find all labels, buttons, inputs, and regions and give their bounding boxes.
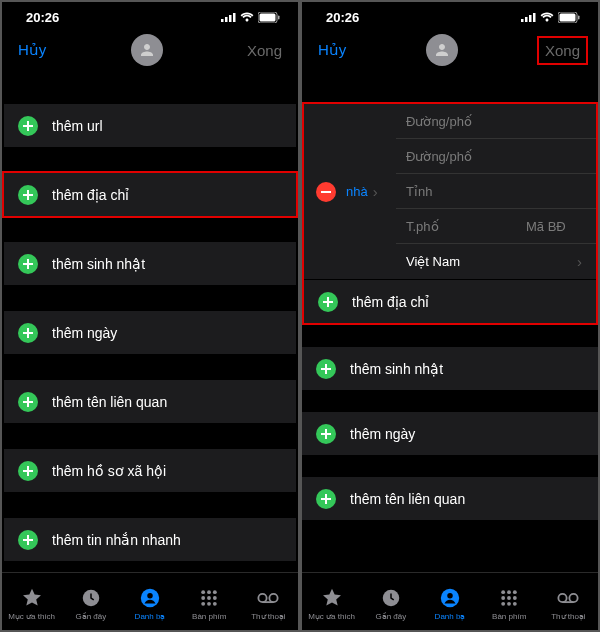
plus-icon [18,392,38,412]
status-time: 20:26 [326,10,359,25]
chevron-right-icon: › [577,253,582,270]
chevron-right-icon: › [373,183,378,200]
add-address-row[interactable]: thêm địa chỉ [4,173,296,216]
svg-rect-22 [521,19,524,22]
person-icon [138,41,156,59]
row-label: thêm tin nhắn nhanh [52,532,181,548]
tab-favorites[interactable]: Mục ưa thích [302,587,361,621]
cancel-button[interactable]: Hủy [18,41,46,59]
signal-icon [521,12,536,22]
add-url-row[interactable]: thêm url [4,104,296,147]
svg-rect-3 [233,13,236,22]
add-date-row[interactable]: thêm ngày [302,412,598,455]
signal-icon [221,12,236,22]
address-tag-label: nhà [346,184,368,199]
svg-rect-25 [533,13,536,22]
tab-recent[interactable]: Gần đây [361,587,420,621]
tab-keypad[interactable]: Bàn phím [480,587,539,621]
plus-icon [18,185,38,205]
done-button[interactable]: Xong [247,42,282,59]
svg-rect-24 [529,15,532,22]
plus-icon [316,424,336,444]
svg-point-11 [207,590,211,594]
wifi-icon [240,12,254,22]
svg-point-17 [207,601,211,605]
country-field[interactable]: Việt Nam › [396,244,596,279]
svg-point-34 [513,590,517,594]
wifi-icon [540,12,554,22]
city-postal-field[interactable]: T.phố Mã BĐ [396,209,596,244]
keypad-icon [198,587,220,609]
add-birthday-row[interactable]: thêm sinh nhật [4,242,296,285]
tab-voicemail[interactable]: Thư thoại [239,587,298,621]
plus-icon [18,530,38,550]
voicemail-icon [557,587,579,609]
add-related-row[interactable]: thêm tên liên quan [4,380,296,423]
minus-icon[interactable] [316,182,336,202]
add-address-row[interactable]: thêm địa chỉ [304,280,596,323]
svg-point-18 [213,601,217,605]
tab-recent[interactable]: Gần đây [61,587,120,621]
tab-keypad[interactable]: Bàn phím [180,587,239,621]
battery-icon [258,12,280,23]
contacts-icon [439,587,461,609]
street1-field[interactable]: Đường/phố [396,104,596,139]
phone-right: 20:26 Hủy Xong nhà › Đường/phố Đường/ [302,2,598,630]
svg-point-33 [507,590,511,594]
svg-point-14 [207,596,211,600]
tab-label: Danh bạ [135,612,166,621]
address-card: nhà › Đường/phố Đường/phố Tỉnh T.phố Mã … [304,104,596,279]
svg-point-20 [270,593,278,601]
svg-point-39 [507,601,511,605]
address-tag-button[interactable]: nhà › [304,104,396,279]
tab-label: Bàn phím [192,612,226,621]
province-field[interactable]: Tỉnh [396,174,596,209]
tab-contacts[interactable]: Danh bạ [420,587,479,621]
svg-point-41 [559,593,567,601]
status-bar: 20:26 [302,2,598,32]
tab-bar: Mục ưa thích Gần đây Danh bạ Bàn phím Th… [302,572,598,630]
tab-bar: Mục ưa thích Gần đây Danh bạ Bàn phím Th… [2,572,298,630]
row-label: thêm hồ sơ xã hội [52,463,166,479]
tab-voicemail[interactable]: Thư thoại [539,587,598,621]
add-date-row[interactable]: thêm ngày [4,311,296,354]
content-list: thêm url thêm địa chỉ thêm sinh nhật thê… [2,68,298,572]
plus-icon [18,461,38,481]
row-label: thêm tên liên quan [52,394,167,410]
add-birthday-row[interactable]: thêm sinh nhật [302,347,598,390]
tab-contacts[interactable]: Danh bạ [120,587,179,621]
add-instant-row[interactable]: thêm tin nhắn nhanh [4,518,296,561]
add-social-row[interactable]: thêm hồ sơ xã hội [4,449,296,492]
status-indicators [521,12,580,23]
keypad-icon [498,587,520,609]
navbar: Hủy Xong [302,32,598,68]
svg-rect-2 [229,15,232,22]
star-icon [321,587,343,609]
tab-favorites[interactable]: Mục ưa thích [2,587,61,621]
street2-field[interactable]: Đường/phố [396,139,596,174]
avatar[interactable] [131,34,163,66]
tab-label: Thư thoại [251,612,285,621]
phone-left: 20:26 Hủy Xong thêm url thêm địa chỉ thê… [2,2,298,630]
svg-rect-1 [225,17,228,22]
navbar: Hủy Xong [2,32,298,68]
tab-label: Mục ưa thích [308,612,355,621]
battery-icon [558,12,580,23]
tab-label: Gần đây [75,612,106,621]
svg-point-13 [201,596,205,600]
row-label: thêm url [52,118,103,134]
row-label: thêm địa chỉ [352,294,429,310]
voicemail-icon [257,587,279,609]
clock-icon [380,587,402,609]
done-button[interactable]: Xong [537,36,588,65]
svg-rect-27 [560,13,576,21]
cancel-button[interactable]: Hủy [318,41,346,59]
avatar[interactable] [426,34,458,66]
tab-label: Bàn phím [492,612,526,621]
add-related-row[interactable]: thêm tên liên quan [302,477,598,520]
plus-icon [316,359,336,379]
svg-rect-6 [278,15,280,19]
svg-point-36 [507,596,511,600]
clock-icon [80,587,102,609]
status-bar: 20:26 [2,2,298,32]
